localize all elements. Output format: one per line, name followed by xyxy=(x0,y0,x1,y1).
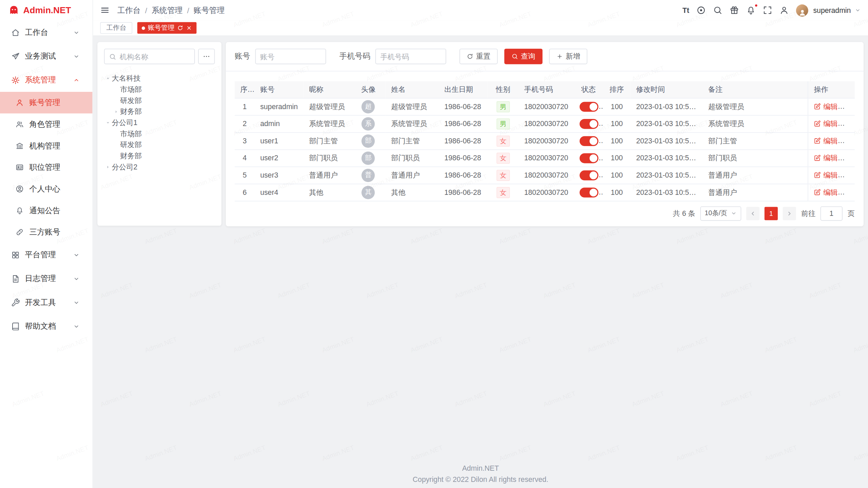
col-avatar: 头像 xyxy=(351,81,386,98)
user-icon[interactable] xyxy=(780,5,789,15)
bank-icon xyxy=(16,142,24,150)
sidebar-item-profile-center[interactable]: 个人中心 xyxy=(0,178,93,200)
avatar[interactable] xyxy=(796,4,808,16)
sidebar-item-help-docs[interactable]: 帮助文档 xyxy=(0,314,93,338)
search-icon xyxy=(512,53,518,60)
search-button[interactable]: 查询 xyxy=(504,49,542,64)
sidebar-item-notice-announcement[interactable]: 通知公告 xyxy=(0,200,93,221)
add-button[interactable]: 新增 xyxy=(549,49,588,64)
sidebar-item-label: 业务测试 xyxy=(25,51,73,61)
cell-phone: 18020030720 xyxy=(519,132,574,149)
cell-name: 普通用户 xyxy=(386,166,439,184)
status-toggle[interactable] xyxy=(579,136,598,146)
breadcrumb-item-workbench[interactable]: 工作台 xyxy=(117,5,141,15)
tree-indent xyxy=(112,86,120,93)
table-body: 1superadmin超级管理员超超级管理员1986-06-28男1802003… xyxy=(235,98,855,201)
tree-node[interactable]: 分公司1 xyxy=(104,117,215,128)
cell-sort: 100 xyxy=(603,98,631,115)
username[interactable]: superadmin xyxy=(813,6,851,14)
sidebar-item-position-mgmt[interactable]: 职位管理 xyxy=(0,157,93,178)
tab-account-mgmt[interactable]: 账号管理 xyxy=(137,22,197,34)
caret-right-icon[interactable] xyxy=(104,164,112,170)
gift-icon[interactable] xyxy=(730,5,739,15)
tree-node[interactable]: 研发部 xyxy=(104,139,215,150)
sidebar-item-system-mgmt[interactable]: 系统管理 xyxy=(0,68,93,92)
tree-indent xyxy=(112,153,120,160)
prev-page-button[interactable] xyxy=(746,207,760,220)
edit-button[interactable]: 编辑 xyxy=(814,136,837,146)
account-filter-label: 账号 xyxy=(235,52,250,61)
next-page-button[interactable] xyxy=(783,207,796,220)
account-panel: 账号 手机号码 重置 xyxy=(226,42,864,226)
cell-sort: 100 xyxy=(603,184,631,201)
sidebar-item-business-test[interactable]: 业务测试 xyxy=(0,44,93,68)
page-size-select[interactable]: 10条/页 xyxy=(700,206,741,220)
cell-status xyxy=(574,166,603,184)
sidebar-item-log-mgmt[interactable]: 日志管理 xyxy=(0,267,93,290)
notification-badge xyxy=(754,4,758,7)
circle-dot-icon[interactable] xyxy=(696,5,706,15)
table-row: 5user3普通用户普普通用户1986-06-28女18020030720100… xyxy=(235,166,855,184)
sidebar-item-role-mgmt[interactable]: 角色管理 xyxy=(0,114,93,135)
status-toggle[interactable] xyxy=(579,170,598,180)
breadcrumb-item-account-mgmt[interactable]: 账号管理 xyxy=(194,5,224,15)
goto-page-input[interactable] xyxy=(821,206,843,220)
phone-filter-input[interactable] xyxy=(380,52,441,60)
col-index: 序号 xyxy=(235,81,255,98)
status-toggle[interactable] xyxy=(579,187,598,197)
org-search-input[interactable] xyxy=(120,52,190,60)
account-filter-input[interactable] xyxy=(260,52,321,60)
caret-right-icon[interactable] xyxy=(105,75,112,82)
tree-node[interactable]: 市场部 xyxy=(104,128,215,140)
org-more-button[interactable] xyxy=(198,49,215,64)
tab-refresh-icon[interactable] xyxy=(177,25,183,31)
tree-node[interactable]: 市场部 xyxy=(104,84,215,95)
reset-button[interactable]: 重置 xyxy=(459,49,498,64)
breadcrumb-item-system-mgmt[interactable]: 系统管理 xyxy=(152,5,182,15)
sidebar-item-org-mgmt[interactable]: 机构管理 xyxy=(0,135,93,157)
edit-button[interactable]: 编辑 xyxy=(814,187,837,197)
status-toggle[interactable] xyxy=(579,153,598,163)
logo[interactable]: Admin.NET xyxy=(0,0,93,20)
font-size-icon[interactable]: Tt xyxy=(683,5,689,15)
status-toggle[interactable] xyxy=(579,119,598,128)
tab-close-icon[interactable] xyxy=(186,25,192,31)
edit-button[interactable]: 编辑 xyxy=(814,102,837,111)
status-toggle[interactable] xyxy=(579,102,598,111)
sidebar-item-account-mgmt[interactable]: 账号管理 xyxy=(0,92,93,114)
tree-node-label: 分公司1 xyxy=(112,118,137,128)
cell-index: 4 xyxy=(235,149,255,167)
tree-node[interactable]: 分公司2 xyxy=(104,162,215,173)
hamburger-menu-icon[interactable] xyxy=(100,5,110,15)
breadcrumb-separator: / xyxy=(187,6,189,15)
fullscreen-icon[interactable] xyxy=(763,5,772,15)
search-icon[interactable] xyxy=(713,5,723,15)
tree-node[interactable]: 财务部 xyxy=(104,150,215,162)
users-icon xyxy=(16,120,24,128)
sidebar-item-workbench[interactable]: 工作台 xyxy=(0,20,93,44)
page-button-1[interactable]: 1 xyxy=(765,207,778,220)
tree-node[interactable]: 大名科技 xyxy=(104,73,215,84)
cell-avatar: 部 xyxy=(351,149,386,167)
tree-node[interactable]: 研发部 xyxy=(104,95,215,106)
cell-name: 其他 xyxy=(386,184,439,201)
sidebar-item-third-party-account[interactable]: 三方账号 xyxy=(0,221,93,243)
cell-avatar: 其 xyxy=(351,184,386,201)
user-menu-chevron-down-icon[interactable] xyxy=(855,7,861,13)
caret-right-icon[interactable] xyxy=(105,119,112,127)
col-remark: 备注 xyxy=(703,81,808,98)
sidebar-item-dev-tools[interactable]: 开发工具 xyxy=(0,290,93,314)
cell-gender: 女 xyxy=(488,184,519,201)
edit-button[interactable]: 编辑 xyxy=(814,170,837,180)
edit-icon xyxy=(814,155,821,162)
tab-workbench[interactable]: 工作台 xyxy=(100,22,133,34)
cell-avatar: 普 xyxy=(351,166,386,184)
wrench-icon xyxy=(11,298,20,307)
cell-account: user1 xyxy=(255,132,303,149)
edit-button[interactable]: 编辑 xyxy=(814,153,837,163)
edit-button[interactable]: 编辑 xyxy=(814,119,837,128)
tree-node[interactable]: 财务部 xyxy=(104,106,215,117)
sidebar-item-platform-mgmt[interactable]: 平台管理 xyxy=(0,243,93,267)
bell-icon[interactable] xyxy=(746,5,756,15)
caret-right-icon[interactable] xyxy=(112,108,120,115)
